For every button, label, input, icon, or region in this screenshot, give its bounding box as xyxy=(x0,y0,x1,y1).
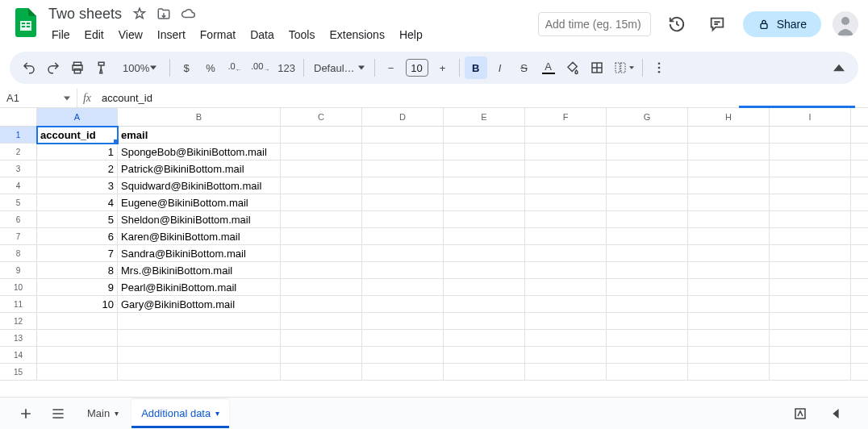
cell[interactable] xyxy=(281,330,362,347)
cell[interactable] xyxy=(118,347,281,364)
cell[interactable] xyxy=(37,347,118,364)
row-header[interactable]: 7 xyxy=(0,228,37,245)
sheets-logo[interactable] xyxy=(10,6,42,39)
cell[interactable] xyxy=(525,194,607,211)
cell[interactable] xyxy=(525,228,607,245)
cell[interactable] xyxy=(362,245,444,262)
cell[interactable] xyxy=(770,127,851,144)
cell[interactable] xyxy=(770,296,851,313)
cell[interactable]: 6 xyxy=(37,228,118,245)
cell[interactable] xyxy=(362,313,444,330)
cell[interactable]: SpongeBob@BikiniBottom.mail xyxy=(118,144,281,160)
cell[interactable] xyxy=(281,296,362,313)
cell[interactable] xyxy=(688,279,770,296)
cell[interactable]: 10 xyxy=(37,296,118,313)
cell[interactable] xyxy=(851,211,868,228)
row-header[interactable]: 8 xyxy=(0,245,37,262)
cell[interactable] xyxy=(525,211,607,228)
cell[interactable] xyxy=(362,194,444,211)
cell[interactable] xyxy=(607,364,688,381)
cell[interactable] xyxy=(525,296,607,313)
cell[interactable] xyxy=(851,279,868,296)
cell[interactable] xyxy=(770,313,851,330)
cell[interactable] xyxy=(444,160,525,177)
cell[interactable] xyxy=(688,262,770,279)
cell[interactable] xyxy=(281,262,362,279)
cell[interactable] xyxy=(607,279,688,296)
cell[interactable] xyxy=(688,347,770,364)
font-select[interactable]: Defaul… xyxy=(309,56,369,79)
column-header[interactable]: B xyxy=(118,108,281,127)
borders-button[interactable] xyxy=(586,56,608,79)
cell[interactable] xyxy=(362,296,444,313)
cell[interactable] xyxy=(770,144,851,160)
select-all-corner[interactable] xyxy=(0,108,37,127)
cell[interactable] xyxy=(525,364,607,381)
cell[interactable] xyxy=(281,211,362,228)
row-header[interactable]: 3 xyxy=(0,160,37,177)
cell[interactable] xyxy=(281,279,362,296)
fill-color-button[interactable] xyxy=(561,56,584,79)
cell[interactable] xyxy=(851,313,868,330)
more-toolbar-button[interactable] xyxy=(648,56,670,79)
column-header[interactable]: F xyxy=(525,108,607,127)
row-header[interactable]: 5 xyxy=(0,194,37,211)
cell[interactable] xyxy=(688,364,770,381)
grid-area[interactable]: ABCDEFGHIJ1account_idemail21SpongeBob@Bi… xyxy=(0,108,868,389)
row-header[interactable]: 1 xyxy=(0,127,37,144)
cell[interactable]: 7 xyxy=(37,245,118,262)
cell[interactable] xyxy=(770,330,851,347)
cell[interactable] xyxy=(444,296,525,313)
cell[interactable] xyxy=(118,364,281,381)
cell[interactable]: Sheldon@BikiniBottom.mail xyxy=(118,211,281,228)
row-header[interactable]: 11 xyxy=(0,296,37,313)
cell[interactable] xyxy=(362,160,444,177)
all-sheets-button[interactable] xyxy=(45,401,71,427)
cell[interactable] xyxy=(118,313,281,330)
strikethrough-button[interactable]: S xyxy=(513,56,536,79)
cell[interactable] xyxy=(444,194,525,211)
cell[interactable] xyxy=(444,177,525,194)
menu-file[interactable]: File xyxy=(45,26,77,44)
formula-input[interactable]: account_id xyxy=(97,92,868,104)
cell[interactable] xyxy=(688,144,770,160)
cell[interactable] xyxy=(607,144,688,160)
cell[interactable] xyxy=(770,279,851,296)
cell[interactable] xyxy=(444,313,525,330)
cell[interactable] xyxy=(444,279,525,296)
cell[interactable] xyxy=(444,330,525,347)
cell[interactable] xyxy=(688,313,770,330)
cell[interactable] xyxy=(362,364,444,381)
paint-format-button[interactable] xyxy=(90,56,113,79)
cell[interactable] xyxy=(607,347,688,364)
cell[interactable] xyxy=(281,228,362,245)
text-color-button[interactable]: A xyxy=(537,56,560,79)
cell[interactable] xyxy=(770,347,851,364)
cell[interactable] xyxy=(770,211,851,228)
cell[interactable] xyxy=(525,262,607,279)
row-header[interactable]: 6 xyxy=(0,211,37,228)
cell[interactable] xyxy=(362,177,444,194)
cell[interactable]: 9 xyxy=(37,279,118,296)
column-header[interactable]: G xyxy=(607,108,688,127)
cell[interactable] xyxy=(770,194,851,211)
currency-button[interactable]: $ xyxy=(175,56,198,79)
cell[interactable] xyxy=(525,347,607,364)
menu-data[interactable]: Data xyxy=(244,26,281,44)
merge-cells-button[interactable] xyxy=(610,56,637,79)
cell[interactable] xyxy=(607,177,688,194)
font-size-input[interactable]: 10 xyxy=(406,59,428,77)
cell[interactable] xyxy=(444,245,525,262)
cell[interactable] xyxy=(281,144,362,160)
cell[interactable]: Eugene@BikiniBottom.mail xyxy=(118,194,281,211)
menu-edit[interactable]: Edit xyxy=(78,26,111,44)
decrease-decimal-button[interactable]: .0← xyxy=(223,56,246,79)
cell[interactable] xyxy=(281,347,362,364)
cell[interactable] xyxy=(444,211,525,228)
cell[interactable] xyxy=(281,313,362,330)
column-header[interactable]: E xyxy=(444,108,525,127)
cell[interactable] xyxy=(851,245,868,262)
name-box[interactable]: A1 xyxy=(0,89,77,107)
cell[interactable] xyxy=(444,347,525,364)
cell[interactable] xyxy=(362,262,444,279)
